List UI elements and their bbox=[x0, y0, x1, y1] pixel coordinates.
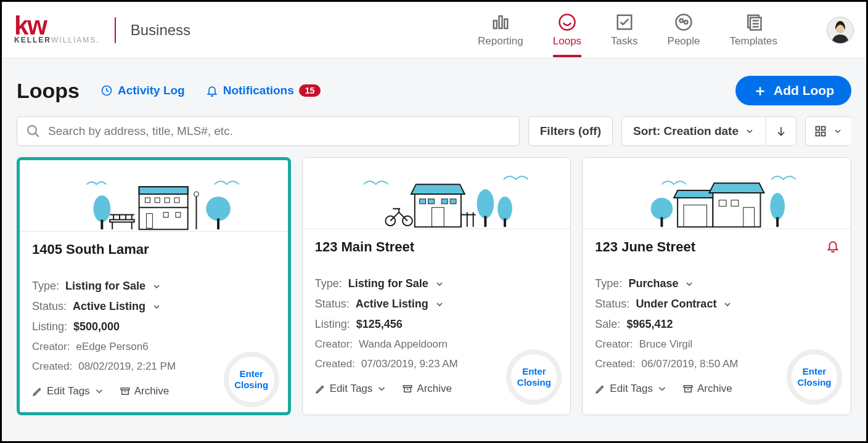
nav-tasks[interactable]: Tasks bbox=[611, 3, 637, 57]
section-divider bbox=[115, 17, 116, 43]
enter-closing-label: Enter Closing bbox=[517, 366, 551, 388]
pencil-icon bbox=[32, 386, 43, 397]
chevron-down-icon bbox=[152, 302, 162, 312]
loop-card[interactable]: 1405 South Lamar Type:Listing for Sale S… bbox=[17, 157, 291, 415]
svg-point-7 bbox=[684, 20, 688, 24]
card-title: 123 Main Street bbox=[315, 239, 559, 255]
type-value[interactable]: Listing for Sale bbox=[65, 280, 145, 293]
svg-rect-1 bbox=[499, 16, 502, 28]
svg-rect-73 bbox=[713, 193, 761, 227]
view-mode-button[interactable] bbox=[805, 116, 851, 146]
chevron-down-icon bbox=[745, 126, 755, 136]
people-icon bbox=[674, 13, 693, 31]
sort-button[interactable]: Sort: Creation date bbox=[621, 116, 766, 146]
price-value: $500,000 bbox=[73, 320, 120, 333]
sort-direction-button[interactable] bbox=[766, 116, 796, 146]
search-box[interactable] bbox=[17, 116, 520, 146]
edit-tags-button[interactable]: Edit Tags bbox=[595, 383, 668, 395]
chevron-down-icon bbox=[657, 383, 668, 394]
nav-reporting[interactable]: Reporting bbox=[478, 3, 523, 57]
grid-icon bbox=[814, 125, 827, 137]
filters-label: Filters (off) bbox=[540, 124, 601, 138]
svg-rect-69 bbox=[661, 217, 663, 227]
main-nav: Reporting Loops Tasks People Templates bbox=[478, 3, 854, 57]
type-value[interactable]: Purchase bbox=[628, 277, 678, 290]
page-title: Loops bbox=[17, 79, 80, 103]
alert-bell-icon[interactable] bbox=[826, 239, 840, 253]
arrow-down-icon bbox=[775, 125, 787, 137]
archive-label: Archive bbox=[134, 385, 170, 397]
search-input[interactable] bbox=[48, 124, 510, 138]
section-title: Business bbox=[131, 22, 190, 39]
archive-icon bbox=[402, 383, 413, 394]
svg-rect-32 bbox=[139, 187, 188, 194]
enter-closing-button[interactable]: Enter Closing bbox=[506, 349, 562, 405]
nav-tasks-label: Tasks bbox=[611, 35, 637, 47]
svg-rect-22 bbox=[100, 220, 103, 230]
chevron-down-icon bbox=[684, 279, 694, 289]
house-illustration-icon bbox=[303, 158, 571, 229]
svg-rect-44 bbox=[217, 219, 219, 230]
status-value[interactable]: Under Contract bbox=[636, 298, 716, 311]
type-value[interactable]: Listing for Sale bbox=[348, 277, 428, 290]
svg-rect-17 bbox=[816, 127, 820, 131]
activity-log-link[interactable]: Activity Log bbox=[100, 84, 185, 97]
view-group bbox=[805, 116, 851, 146]
creator-value: Wanda Appeldoorn bbox=[359, 338, 448, 351]
type-label: Type: bbox=[32, 280, 59, 293]
cards-row: 1405 South Lamar Type:Listing for Sale S… bbox=[2, 157, 866, 415]
notifications-link[interactable]: Notifications 15 bbox=[206, 84, 321, 97]
created-value: 06/07/2019, 8:50 AM bbox=[642, 358, 739, 370]
price-label: Sale: bbox=[595, 318, 620, 331]
building-illustration-icon bbox=[20, 160, 288, 231]
enter-closing-button[interactable]: Enter Closing bbox=[224, 352, 279, 407]
svg-point-15 bbox=[28, 126, 36, 134]
add-loop-button[interactable]: ＋ Add Loop bbox=[735, 76, 851, 105]
svg-rect-23 bbox=[110, 220, 134, 222]
svg-point-63 bbox=[497, 197, 512, 221]
edit-tags-button[interactable]: Edit Tags bbox=[315, 383, 388, 395]
kw-logo: kw KELLERWILLIAMS. bbox=[14, 15, 100, 45]
chevron-down-icon bbox=[435, 299, 444, 309]
archive-button[interactable]: Archive bbox=[120, 385, 170, 397]
card-illustration bbox=[303, 158, 571, 229]
status-value[interactable]: Active Listing bbox=[356, 298, 428, 311]
creator-label: Creator: bbox=[32, 341, 70, 353]
sort-label: Sort: Creation date bbox=[633, 124, 739, 138]
archive-button[interactable]: Archive bbox=[402, 383, 452, 395]
filters-button[interactable]: Filters (off) bbox=[528, 116, 613, 146]
sort-group: Sort: Creation date bbox=[621, 116, 796, 146]
card-illustration bbox=[583, 158, 851, 229]
archive-button[interactable]: Archive bbox=[682, 383, 732, 395]
card-illustration bbox=[20, 160, 288, 232]
nav-reporting-label: Reporting bbox=[478, 35, 523, 47]
templates-icon bbox=[744, 13, 763, 31]
loop-card[interactable]: 123 June Street Type:Purchase Status:Und… bbox=[582, 157, 851, 415]
logo-small-dark: KELLER bbox=[14, 36, 51, 44]
nav-templates-label: Templates bbox=[730, 35, 777, 47]
type-label: Type: bbox=[595, 277, 622, 290]
nav-templates[interactable]: Templates bbox=[730, 3, 777, 57]
search-icon bbox=[26, 124, 41, 139]
add-loop-label: Add Loop bbox=[774, 83, 834, 98]
avatar[interactable] bbox=[827, 17, 854, 44]
enter-closing-label: Enter Closing bbox=[798, 366, 832, 388]
nav-people[interactable]: People bbox=[668, 3, 700, 57]
creator-label: Creator: bbox=[315, 338, 353, 351]
svg-rect-55 bbox=[441, 199, 448, 204]
logo-small-light: WILLIAMS. bbox=[51, 36, 100, 44]
status-value[interactable]: Active Listing bbox=[73, 300, 145, 313]
archive-label: Archive bbox=[417, 383, 452, 395]
clock-icon bbox=[100, 84, 113, 97]
enter-closing-label: Enter Closing bbox=[234, 368, 268, 391]
avatar-icon bbox=[828, 18, 853, 43]
loop-card[interactable]: 123 Main Street Type:Listing for Sale St… bbox=[302, 157, 571, 415]
svg-rect-56 bbox=[450, 199, 456, 204]
svg-point-6 bbox=[680, 18, 684, 22]
svg-rect-2 bbox=[504, 19, 507, 28]
edit-tags-button[interactable]: Edit Tags bbox=[32, 385, 105, 397]
nav-loops-label: Loops bbox=[553, 35, 581, 47]
nav-loops[interactable]: Loops bbox=[553, 3, 581, 57]
enter-closing-button[interactable]: Enter Closing bbox=[787, 349, 842, 405]
svg-rect-79 bbox=[776, 217, 779, 227]
